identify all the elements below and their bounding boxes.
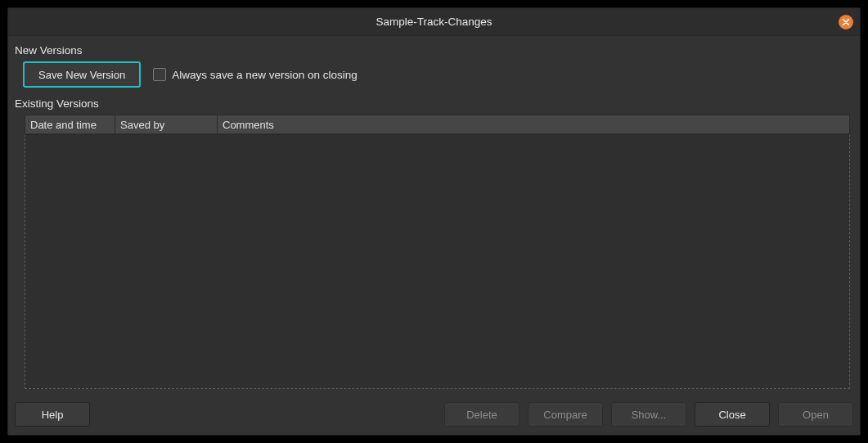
delete-button[interactable]: Delete bbox=[444, 402, 519, 427]
column-saved-by[interactable]: Saved by bbox=[115, 115, 217, 134]
checkbox-box bbox=[153, 68, 166, 81]
versions-dialog: Sample-Track-Changes New Versions Save N… bbox=[7, 7, 861, 436]
existing-versions-heading: Existing Versions bbox=[15, 97, 853, 110]
dialog-footer: Help Delete Compare Show... Close Open bbox=[8, 394, 860, 435]
open-button[interactable]: Open bbox=[778, 402, 853, 427]
versions-table: Date and time Saved by Comments bbox=[15, 115, 853, 394]
always-save-checkbox[interactable]: Always save a new version on closing bbox=[153, 68, 358, 81]
table-body[interactable] bbox=[25, 134, 850, 389]
new-versions-row: Save New Version Always save a new versi… bbox=[15, 61, 853, 96]
table-header: Date and time Saved by Comments bbox=[25, 115, 850, 134]
show-button[interactable]: Show... bbox=[611, 402, 686, 427]
help-button[interactable]: Help bbox=[15, 402, 90, 427]
column-date-time[interactable]: Date and time bbox=[25, 115, 115, 134]
window-close-button[interactable] bbox=[839, 15, 853, 29]
close-icon bbox=[842, 18, 850, 26]
column-comments[interactable]: Comments bbox=[217, 115, 850, 134]
dialog-content: New Versions Save New Version Always sav… bbox=[8, 36, 860, 394]
save-new-version-button[interactable]: Save New Version bbox=[23, 61, 141, 88]
always-save-label: Always save a new version on closing bbox=[172, 69, 358, 81]
titlebar: Sample-Track-Changes bbox=[8, 8, 860, 36]
close-button[interactable]: Close bbox=[695, 402, 770, 427]
compare-button[interactable]: Compare bbox=[528, 402, 603, 427]
new-versions-heading: New Versions bbox=[15, 44, 853, 57]
dialog-title: Sample-Track-Changes bbox=[8, 16, 860, 28]
